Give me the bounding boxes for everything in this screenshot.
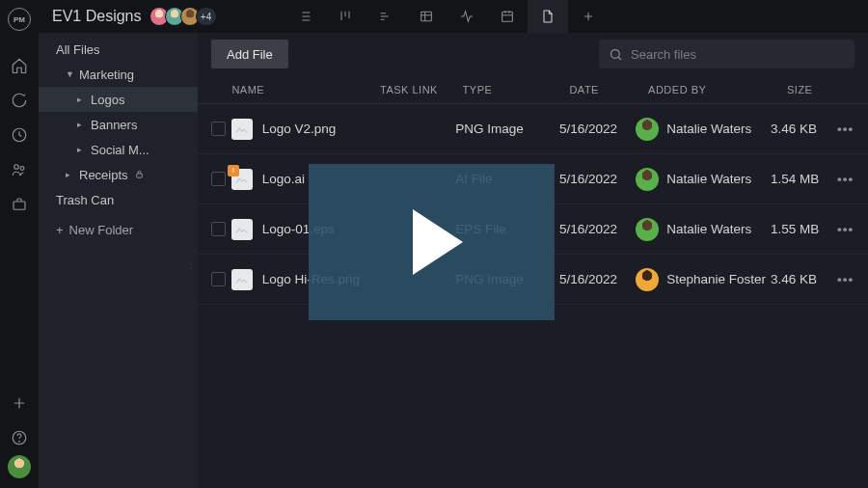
svg-point-1 — [14, 165, 19, 170]
list-view-tab[interactable] — [285, 0, 325, 33]
file-name-cell[interactable]: Logo V2.png — [231, 119, 375, 140]
add-view-tab[interactable] — [568, 0, 609, 33]
recent-icon[interactable] — [0, 118, 39, 152]
file-date-cell: 5/16/2022 — [559, 272, 636, 286]
search-input[interactable] — [631, 47, 845, 62]
file-thumbnail — [231, 119, 253, 140]
chevron-icon: ▸ — [77, 145, 87, 154]
column-added-by[interactable]: ADDED BY — [648, 84, 787, 95]
left-nav-bar: PM — [0, 0, 39, 488]
file-date-cell: 5/16/2022 — [559, 222, 636, 236]
file-badge-icon: ! — [228, 165, 239, 176]
column-type[interactable]: TYPE — [463, 84, 570, 95]
project-title[interactable]: EV1 Designs — [52, 8, 142, 25]
file-size-cell: 1.55 MB — [771, 222, 836, 236]
svg-rect-6 — [420, 12, 431, 20]
calendar-view-tab[interactable] — [487, 0, 528, 33]
search-icon — [609, 47, 623, 62]
add-icon[interactable] — [0, 386, 39, 420]
files-table-header: NAME TASK LINK TYPE DATE ADDED BY SIZE — [198, 75, 868, 104]
added-by-cell: Natalie Waters — [636, 218, 771, 241]
home-icon[interactable] — [0, 48, 39, 83]
added-by-cell: Natalie Waters — [636, 118, 771, 141]
svg-point-2 — [20, 167, 24, 171]
folder-label: Receipts — [79, 168, 128, 182]
team-icon[interactable] — [0, 152, 39, 187]
file-type-cell: PNG Image — [455, 122, 559, 136]
add-file-button[interactable]: Add File — [211, 40, 288, 68]
column-name[interactable]: NAME — [231, 84, 380, 95]
folder-tree-item[interactable]: ▸Social M... — [39, 137, 198, 162]
chevron-icon: ▸ — [77, 95, 87, 104]
folder-tree-item[interactable]: ▼Marketing — [39, 62, 198, 87]
row-more-icon[interactable]: ••• — [836, 122, 854, 136]
row-more-icon[interactable]: ••• — [836, 272, 854, 286]
folder-sidebar: All Files▼Marketing▸Logos▸Banners▸Social… — [39, 33, 198, 488]
app-logo[interactable]: PM — [8, 8, 31, 31]
video-play-overlay[interactable] — [309, 164, 555, 320]
user-avatar[interactable] — [636, 268, 659, 291]
column-size[interactable]: SIZE — [787, 84, 854, 95]
folder-tree-item[interactable]: ▸Logos — [39, 87, 198, 112]
folder-tree-item[interactable]: ▸Banners — [39, 112, 198, 137]
new-folder-button[interactable]: + New Folder — [39, 216, 198, 243]
user-name: Natalie Waters — [666, 172, 751, 186]
row-checkbox[interactable] — [211, 122, 226, 136]
row-more-icon[interactable]: ••• — [836, 172, 854, 186]
user-name: Natalie Waters — [666, 222, 751, 236]
folder-label: Social M... — [91, 143, 149, 157]
activity-icon[interactable] — [0, 83, 39, 118]
sidebar-resize-handle[interactable]: ⋮⋮ — [186, 262, 196, 270]
folder-tree-item[interactable]: Trash Can — [39, 187, 198, 212]
sheet-view-tab[interactable] — [406, 0, 447, 33]
files-toolbar: Add File — [198, 33, 868, 75]
file-row[interactable]: Logo V2.pngPNG Image5/16/2022Natalie Wat… — [198, 104, 868, 154]
file-date-cell: 5/16/2022 — [559, 122, 636, 136]
user-avatar[interactable] — [636, 218, 659, 241]
user-avatar[interactable] — [636, 168, 659, 191]
files-view-tab[interactable] — [528, 0, 568, 33]
column-date[interactable]: DATE — [569, 84, 648, 95]
help-icon[interactable] — [0, 420, 39, 455]
added-by-cell: Natalie Waters — [636, 168, 771, 191]
project-members[interactable]: +4 — [153, 7, 217, 26]
svg-rect-3 — [14, 202, 25, 209]
file-size-cell: 3.46 KB — [771, 272, 836, 286]
file-name: Logo V2.png — [262, 122, 337, 136]
gantt-view-tab[interactable] — [366, 0, 406, 33]
board-view-tab[interactable] — [325, 0, 366, 33]
column-task-link[interactable]: TASK LINK — [380, 84, 463, 95]
member-more-count[interactable]: +4 — [196, 7, 217, 26]
row-checkbox[interactable] — [211, 272, 226, 286]
folder-tree-item[interactable]: ▸Receipts — [39, 162, 198, 187]
current-user-avatar[interactable] — [8, 455, 31, 478]
dashboard-view-tab[interactable] — [447, 0, 487, 33]
view-tabs — [285, 0, 609, 33]
top-bar: EV1 Designs +4 — [39, 0, 868, 33]
chevron-icon: ▸ — [66, 170, 75, 179]
folder-label: Banners — [91, 118, 137, 132]
file-size-cell: 3.46 KB — [771, 122, 836, 136]
svg-rect-7 — [502, 12, 512, 21]
folder-label: All Files — [56, 42, 100, 57]
svg-rect-8 — [136, 174, 142, 177]
file-name: Logo.ai — [262, 172, 305, 186]
portfolio-icon[interactable] — [0, 187, 39, 222]
folder-tree-item[interactable]: All Files — [39, 37, 198, 62]
plus-icon: + — [56, 223, 64, 237]
user-name: Natalie Waters — [666, 122, 751, 136]
row-checkbox[interactable] — [211, 222, 226, 236]
new-folder-label: New Folder — [69, 223, 133, 237]
user-name: Stephanie Foster — [666, 272, 766, 286]
user-avatar[interactable] — [636, 118, 659, 141]
chevron-icon: ▸ — [77, 120, 87, 129]
svg-point-5 — [19, 441, 20, 442]
row-checkbox[interactable] — [211, 172, 226, 186]
svg-point-9 — [611, 49, 620, 58]
row-more-icon[interactable]: ••• — [836, 222, 854, 236]
chevron-icon: ▼ — [66, 69, 75, 79]
folder-label: Trash Can — [56, 193, 114, 207]
file-size-cell: 1.54 MB — [771, 172, 836, 186]
search-box[interactable] — [599, 40, 854, 68]
added-by-cell: Stephanie Foster — [636, 268, 771, 291]
